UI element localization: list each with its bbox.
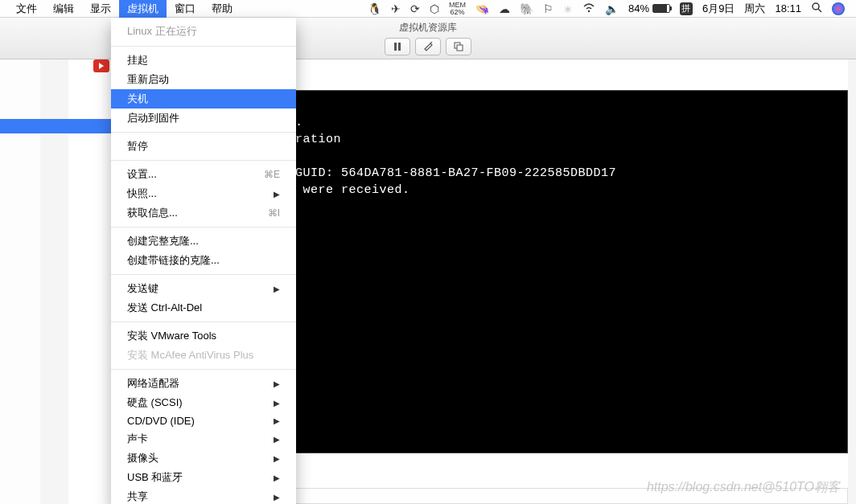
vm-dropdown: Linux 正在运行 挂起重新启动关机启动到固件暂停设置...⌘E快照...▶获… [111,18,296,504]
battery-indicator[interactable]: 84% [628,2,670,14]
bird-icon[interactable]: ✈ [391,2,401,15]
dropdown-item[interactable]: 快照...▶ [111,184,296,203]
shortcut-label: ⌘I [268,207,280,219]
dropdown-item[interactable]: 摄像头▶ [111,449,296,468]
watermark: https://blog.csdn.net@510TO翱客 [647,479,840,496]
dropdown-item-label: 声卡 [127,432,148,446]
dropdown-item[interactable]: 获取信息...⌘I [111,203,296,223]
dropdown-item[interactable]: 暂停 [111,137,296,156]
dropdown-item[interactable]: CD/DVD (IDE)▶ [111,412,296,429]
dropdown-item[interactable]: 安装 VMware Tools [111,326,296,346]
dropdown-item[interactable]: 发送 Ctrl-Alt-Del [111,298,296,318]
mem-indicator[interactable]: MEM 62% [449,2,466,16]
time-text: 18:11 [775,2,801,14]
qq-icon[interactable]: 🐧 [368,2,381,15]
menubar: 文件 编辑 显示 虚拟机 窗口 帮助 🐧 ✈ ⟳ ⬡ MEM 62% 👒 ☁ 🐘… [0,0,856,18]
dropdown-item[interactable]: 创建完整克隆... [111,232,296,251]
dropdown-item-label: 设置... [127,167,157,182]
snapshot-button[interactable] [446,38,471,55]
dropdown-item-label: 硬盘 (SCSI) [127,395,183,410]
svg-point-1 [813,3,819,10]
dropdown-item-label: 挂起 [127,53,148,68]
hat-icon[interactable]: 👒 [475,2,489,15]
dropdown-item[interactable]: 关机 [111,89,296,109]
pause-button[interactable] [385,38,410,55]
siri-icon[interactable] [832,2,845,15]
dropdown-item-label: 安装 VMware Tools [127,329,216,343]
cube-icon[interactable]: ⬡ [430,2,439,15]
dropdown-item-label: 发送键 [127,281,158,296]
chevron-right-icon: ▶ [274,399,280,408]
dropdown-item[interactable]: 共享▶ [111,487,296,504]
dropdown-item-label: 安装 McAfee AntiVirus Plus [127,348,253,363]
menu-edit[interactable]: 编辑 [45,0,82,18]
chevron-right-icon: ▶ [274,285,280,293]
dropdown-item-label: 摄像头 [127,451,158,465]
ime-indicator[interactable]: 拼 [680,2,693,15]
chevron-right-icon: ▶ [274,493,280,502]
svg-rect-6 [457,45,463,51]
evernote-icon[interactable]: 🐘 [520,2,533,15]
bluetooth-icon[interactable]: ∗ [563,2,573,15]
battery-pct: 84% [628,2,649,14]
dropdown-item-label: 启动到固件 [127,111,179,125]
menubar-right: 🐧 ✈ ⟳ ⬡ MEM 62% 👒 ☁ 🐘 ⚐ ∗ 🔈 84% 拼 6月9日 周… [368,2,856,16]
dropdown-item[interactable]: USB 和蓝牙▶ [111,468,296,487]
youtube-icon[interactable] [93,59,109,72]
menu-help[interactable]: 帮助 [204,0,241,18]
chevron-right-icon: ▶ [274,454,280,463]
svg-rect-3 [394,43,397,51]
menu-view[interactable]: 显示 [82,0,119,18]
window-title: 虚拟机资源库 [399,21,457,35]
dropdown-item[interactable]: 声卡▶ [111,429,296,449]
separator [111,227,296,227]
dropdown-item-label: 关机 [127,92,148,106]
separator [111,46,296,47]
menu-window[interactable]: 窗口 [167,0,204,18]
separator [111,132,296,133]
search-icon[interactable] [811,2,822,15]
chevron-right-icon: ▶ [274,379,280,388]
chevron-right-icon: ▶ [274,473,280,482]
separator [111,322,296,322]
settings-button[interactable] [415,38,441,55]
dropdown-item[interactable]: 重新启动 [111,70,296,89]
dropdown-item-label: 快照... [127,186,157,201]
wifi-icon[interactable] [582,2,595,15]
cloud-icon[interactable]: ☁ [499,2,510,15]
chevron-right-icon: ▶ [274,190,280,199]
dropdown-item-label: CD/DVD (IDE) [127,415,195,427]
separator [111,274,296,275]
dropdown-item-label: 重新启动 [127,72,169,87]
dropdown-item[interactable]: 网络适配器▶ [111,374,296,393]
dropdown-item[interactable]: 发送键▶ [111,279,296,298]
chevron-right-icon: ▶ [274,416,280,425]
selected-row-strip [0,119,111,133]
dropdown-item[interactable]: 创建带链接的克隆... [111,251,296,270]
dropdown-item[interactable]: 设置...⌘E [111,165,296,184]
dropdown-item-label: 共享 [127,490,148,504]
dropdown-item[interactable]: 硬盘 (SCSI)▶ [111,393,296,412]
separator [111,160,296,161]
dropdown-item-label: 创建带链接的克隆... [127,253,220,268]
dropdown-item[interactable]: 启动到固件 [111,109,296,128]
dropdown-item-label: 发送 Ctrl-Alt-Del [127,301,202,315]
menubar-left: 文件 编辑 显示 虚拟机 窗口 帮助 [0,0,241,18]
menu-file[interactable]: 文件 [8,0,45,18]
svg-line-2 [818,9,821,12]
mem-pct: 62% [449,9,466,16]
separator [111,369,296,370]
menu-vm[interactable]: 虚拟机 [119,0,167,18]
dropdown-item-label: 网络适配器 [127,376,179,391]
dropdown-item-label: USB 和蓝牙 [127,470,183,485]
flag-icon[interactable]: ⚐ [543,2,554,15]
battery-icon [652,4,670,13]
volume-icon[interactable]: 🔈 [605,2,619,15]
dropdown-item[interactable]: 挂起 [111,51,296,70]
dropdown-header: Linux 正在运行 [111,21,296,42]
shortcut-label: ⌘E [264,169,280,180]
dropdown-item-label: 创建完整克隆... [127,234,199,248]
sync-icon[interactable]: ⟳ [410,2,420,15]
chevron-right-icon: ▶ [274,435,280,444]
dropdown-item-label: 获取信息... [127,206,178,220]
